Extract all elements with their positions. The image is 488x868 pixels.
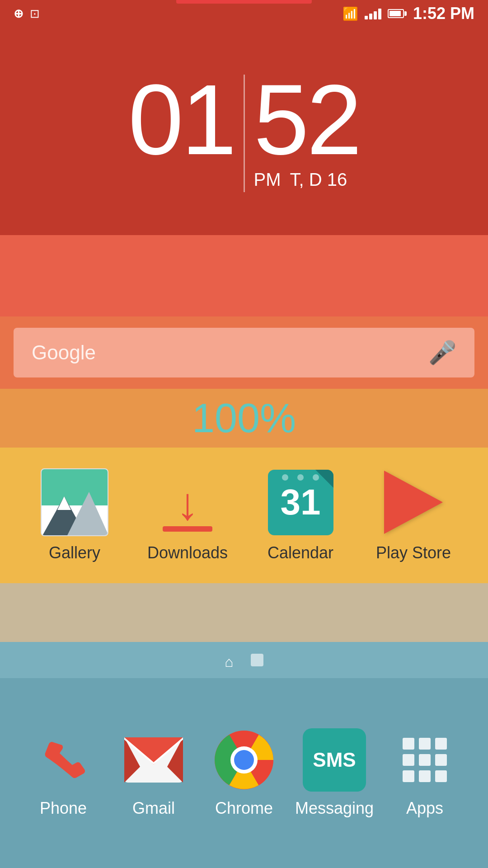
grid-dot-8 <box>419 770 431 782</box>
home-indicator: ⌂ <box>225 654 237 666</box>
calendar-dots <box>282 474 319 481</box>
search-band: Google 🎤 <box>0 316 488 389</box>
apps-label: Apps <box>406 799 443 818</box>
salmon-band <box>0 235 488 316</box>
clock-period: PM <box>254 170 281 190</box>
download-arrow-icon: ↓ <box>176 481 199 526</box>
wifi-icon: 📶 <box>343 6 358 21</box>
sms-text: SMS <box>313 749 356 771</box>
phone-icon <box>41 737 86 783</box>
playstore-icon <box>381 470 446 535</box>
voice-search-icon[interactable]: 🎤 <box>428 340 456 366</box>
messaging-label: Messaging <box>295 799 374 818</box>
clock-minute: 52 <box>254 70 360 170</box>
clock-divider <box>244 75 245 192</box>
phone-icon-wrap <box>32 728 95 792</box>
google-search-bar[interactable]: Google 🎤 <box>14 328 474 377</box>
google-logo-text: Google <box>32 341 96 364</box>
playstore-app[interactable]: Play Store <box>368 468 459 562</box>
playstore-icon-wrap <box>380 468 447 536</box>
cal-dot-2 <box>297 474 304 481</box>
cal-dot-3 <box>313 474 319 481</box>
calendar-icon-wrap: 31 <box>267 468 334 536</box>
downloads-icon-wrap: ↓ <box>154 468 221 536</box>
grid-dot-9 <box>435 770 447 782</box>
battery-icon <box>388 9 407 18</box>
dock: Phone <box>0 678 488 868</box>
gallery-app[interactable]: Gallery <box>29 468 120 562</box>
status-bar: ⊕ ⊡ 📶 1:52 PM <box>0 0 488 27</box>
apps-drawer[interactable]: Apps <box>384 728 465 818</box>
gmail-label: Gmail <box>132 799 175 818</box>
gmail-app[interactable]: Gmail <box>113 728 194 818</box>
calendar-icon: 31 <box>268 470 333 535</box>
clock-hour: 01 <box>128 70 235 170</box>
dock-row: Phone <box>18 728 470 818</box>
grid-dot-4 <box>403 754 414 766</box>
status-time: 1:52 PM <box>413 4 474 23</box>
screenshot-icon: ⊡ <box>30 7 40 21</box>
page-indicators: ⌂ <box>0 642 488 678</box>
calendar-label: Calendar <box>267 543 333 562</box>
clock-day: T, D 16 <box>290 170 347 190</box>
downloads-icon: ↓ <box>158 473 217 532</box>
battery-percent-band: 100% <box>0 389 488 448</box>
calendar-day-number: 31 <box>281 484 321 520</box>
svg-point-12 <box>234 750 254 770</box>
messaging-icon-wrap: SMS <box>303 728 366 792</box>
chrome-label: Chrome <box>215 799 273 818</box>
clock-widget: 01 52 PM T, D 16 <box>0 27 488 235</box>
chrome-app[interactable]: Chrome <box>203 728 285 818</box>
clock-meta: PM T, D 16 <box>254 170 347 190</box>
phone-app[interactable]: Phone <box>23 728 104 818</box>
tan-band <box>0 583 488 642</box>
grid-dot-7 <box>403 770 414 782</box>
home-screen: ⊕ ⊡ 📶 1:52 PM <box>0 0 488 868</box>
apps-grid-band: Gallery ↓ Downloads <box>0 448 488 583</box>
clock-display: 01 52 PM T, D 16 <box>128 70 360 192</box>
signal-icon <box>365 8 381 19</box>
messaging-app[interactable]: SMS Messaging <box>294 728 375 818</box>
grid-dot-2 <box>419 738 431 750</box>
gmail-icon-wrap <box>122 728 185 792</box>
phone-label: Phone <box>40 799 87 818</box>
gallery-icon-wrap <box>41 468 108 536</box>
grid-dot-6 <box>435 754 447 766</box>
downloads-label: Downloads <box>147 543 228 562</box>
status-left-icons: ⊕ ⊡ <box>14 7 40 21</box>
chrome-icon <box>215 731 273 789</box>
play-triangle <box>384 471 443 534</box>
gallery-svg <box>42 469 108 536</box>
page-indicator-2 <box>251 654 263 666</box>
grid-dot-1 <box>403 738 414 750</box>
download-line <box>163 526 212 532</box>
playstore-label: Play Store <box>376 543 451 562</box>
chrome-icon-wrap <box>212 728 276 792</box>
cal-dot-1 <box>282 474 288 481</box>
apps-grid-icon <box>403 738 447 782</box>
calendar-app[interactable]: 31 Calendar <box>255 468 346 562</box>
grid-dot-5 <box>419 754 431 766</box>
grid-dot-3 <box>435 738 447 750</box>
gallery-label: Gallery <box>49 543 100 562</box>
svg-rect-1 <box>42 469 108 505</box>
downloads-app[interactable]: ↓ Downloads <box>142 468 233 562</box>
notification-stripe <box>176 0 312 4</box>
clock-right: 52 PM T, D 16 <box>254 70 360 190</box>
battery-percentage: 100% <box>192 395 296 442</box>
gallery-icon <box>41 468 108 536</box>
apps-grid-wrap <box>393 728 456 792</box>
status-right-icons: 📶 1:52 PM <box>343 4 474 23</box>
lte-icon: ⊕ <box>14 7 23 21</box>
gmail-icon <box>124 737 183 783</box>
